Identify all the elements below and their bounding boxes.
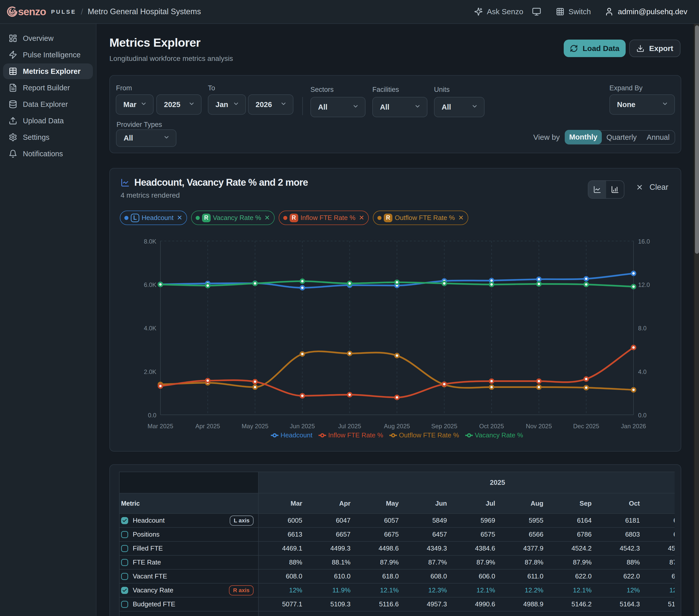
svg-text:6.0K: 6.0K bbox=[144, 281, 156, 288]
svg-text:Sep 2025: Sep 2025 bbox=[431, 423, 457, 430]
svg-text:Dec 2025: Dec 2025 bbox=[573, 423, 599, 430]
svg-text:4.0: 4.0 bbox=[638, 369, 646, 375]
svg-text:Jul 2025: Jul 2025 bbox=[338, 423, 361, 430]
svg-text:May 2025: May 2025 bbox=[242, 423, 268, 430]
svg-text:12.0: 12.0 bbox=[638, 281, 650, 288]
svg-text:2.0K: 2.0K bbox=[144, 369, 156, 375]
svg-text:Mar 2025: Mar 2025 bbox=[147, 423, 173, 430]
svg-text:Jun 2025: Jun 2025 bbox=[290, 423, 315, 430]
svg-text:8.0K: 8.0K bbox=[144, 238, 156, 245]
svg-text:Aug 2025: Aug 2025 bbox=[384, 423, 410, 430]
svg-text:8.0: 8.0 bbox=[638, 325, 646, 332]
svg-text:0.0: 0.0 bbox=[148, 412, 156, 419]
svg-text:Nov 2025: Nov 2025 bbox=[526, 423, 552, 430]
svg-text:Oct 2025: Oct 2025 bbox=[479, 423, 504, 430]
svg-text:4.0K: 4.0K bbox=[144, 325, 156, 332]
svg-text:Jan 2026: Jan 2026 bbox=[621, 423, 646, 430]
svg-text:16.0: 16.0 bbox=[638, 238, 650, 245]
svg-text:Apr 2025: Apr 2025 bbox=[195, 423, 220, 430]
svg-text:0.0: 0.0 bbox=[638, 412, 646, 419]
